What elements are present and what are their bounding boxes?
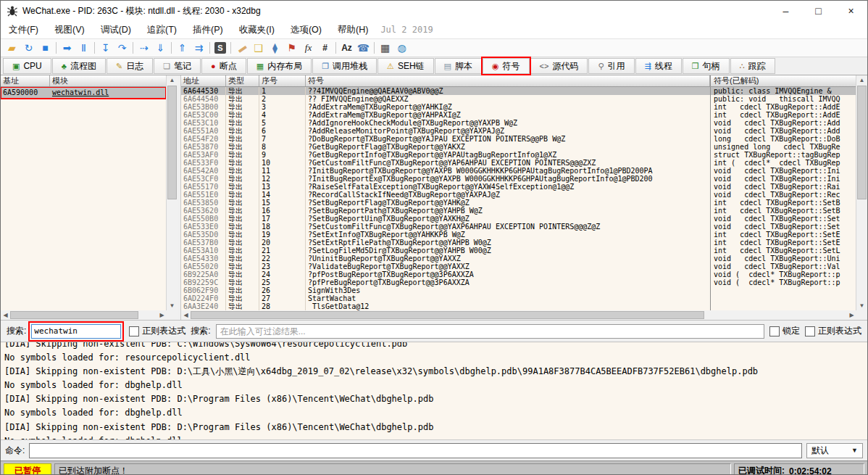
symbol-row[interactable]: 6AE53C10导出5?AddIgnoreHookCheckModule@TXB…	[181, 119, 856, 127]
symbol-row[interactable]: 6AE53A10导出21?SetLogFileMd5Dir@TXBugRepor…	[181, 247, 856, 255]
regex-checkbox-group[interactable]: 正则表达式	[129, 325, 185, 337]
tab-source[interactable]: <>源代码	[530, 58, 588, 74]
scroll-down-arrow-icon[interactable]: ▼	[856, 301, 867, 310]
symbol-column-header[interactable]: 类型	[226, 75, 259, 86]
maximize-button[interactable]: □	[802, 1, 835, 21]
symbol-column-header[interactable]: 符号(已解码)	[710, 75, 856, 86]
close-button[interactable]: ×	[835, 1, 867, 21]
symbol-row[interactable]: 6B062F90导出26SignWith3Des	[181, 286, 856, 294]
symbol-row[interactable]: 6AE53850导出15?SetBugReportFlag@TXBugRepor…	[181, 199, 856, 207]
tab-seh[interactable]: ⚠SEH链	[377, 58, 434, 74]
symbol-row[interactable]: 6B9225A0导出24?pfPostBugReport@TXBugReport…	[181, 270, 856, 278]
tab-memory-map[interactable]: ▦内存布局	[247, 58, 312, 74]
step-over-icon[interactable]: ↷	[114, 40, 130, 56]
scrollbar-thumb[interactable]	[191, 311, 704, 319]
tab-call-stack[interactable]: ❐调用堆栈	[312, 58, 377, 74]
globe-icon[interactable]: ◍	[393, 40, 410, 56]
filter-regex-checkbox-group[interactable]: 正则表达式	[805, 325, 861, 337]
phone-icon[interactable]: ☎	[355, 40, 372, 56]
command-input[interactable]	[29, 443, 802, 458]
title-bar[interactable]: WeChat.exe - PID: 263C - 模块: ntdll.dll -…	[1, 1, 867, 21]
minimize-button[interactable]: –	[769, 1, 802, 21]
tab-handles[interactable]: ❒句柄	[683, 58, 730, 74]
symbol-row[interactable]: 6AE53AF0导出9?GetBugReportInfo@TXBugReport…	[181, 151, 856, 159]
symbol-row[interactable]: 6AE551E0导出14?RecordCallStackIfNeed@TXBug…	[181, 191, 856, 199]
tab-threads[interactable]: ⇶线程	[635, 58, 682, 74]
tab-references[interactable]: ⚲引用	[588, 58, 634, 74]
scroll-left-arrow-icon[interactable]: ◀	[181, 312, 191, 318]
symbol-row[interactable]: 6AE550B0导出17?SetBugReportUin@TXBugReport…	[181, 215, 856, 223]
scroll-down-arrow-icon[interactable]: ▼	[167, 301, 178, 310]
tab-symbols[interactable]: ◉符号	[483, 58, 530, 74]
module-row[interactable]: 6A590000wechatwin.dll	[1, 87, 166, 99]
open-folder-icon[interactable]: ▰	[4, 40, 20, 56]
symbol-row[interactable]: 6AE54F20导出7?DoBugReport@TXBugReport@@YAJ…	[181, 135, 856, 143]
module-column-header[interactable]: 基址	[1, 75, 50, 86]
hash-icon[interactable]: #	[317, 40, 333, 56]
tab-breakpoints[interactable]: ●断点	[201, 58, 246, 74]
symbol-row[interactable]: 6AE55170导出13?RaiseSelfFatalException@TXB…	[181, 183, 856, 191]
tab-trace[interactable]: ∴跟踪	[730, 58, 775, 74]
scroll-right-arrow-icon[interactable]: ▶	[847, 312, 856, 318]
module-column-header[interactable]: 模块	[50, 75, 166, 86]
symbol-column-header[interactable]: 符号	[306, 75, 710, 86]
symbol-row[interactable]: 6AE542A0导出11?InitBugReport@TXBugReport@@…	[181, 167, 856, 175]
symbol-row[interactable]: 6AE53870导出8?GetBugReportFlag@TXBugReport…	[181, 143, 856, 151]
scrollbar-thumb[interactable]	[167, 86, 177, 199]
menu-item-8[interactable]: 帮助(H)	[330, 21, 376, 38]
stop-icon[interactable]: ■	[37, 40, 54, 56]
menu-item-7[interactable]: 选项(O)	[283, 21, 330, 38]
symbol-row[interactable]: 6AE551A0导出6?AddReleaseMonitorPoint@TXBug…	[181, 127, 856, 135]
symbol-row[interactable]: 6AE53620导出16?SetBugReportPath@TXBugRepor…	[181, 207, 856, 215]
symbol-row[interactable]: 6AE535D0导出19?SetExtInfo@TXBugReport@@YAH…	[181, 231, 856, 239]
run-to-user-code-icon[interactable]: ⇑	[174, 40, 191, 56]
restart-icon[interactable]: ↻	[20, 40, 37, 56]
modules-vertical-scrollbar[interactable]: ▲ ▼	[166, 75, 178, 310]
scroll-up-arrow-icon[interactable]: ▲	[856, 75, 867, 85]
menu-item-5[interactable]: 插件(P)	[185, 21, 231, 38]
scrollbar-thumb[interactable]	[10, 311, 138, 319]
command-profile-dropdown[interactable]: 默认 ▼	[806, 443, 863, 458]
tab-graph[interactable]: ♣流程图	[52, 58, 106, 74]
comments-icon[interactable]: ❑	[250, 40, 267, 56]
bookmarks-icon[interactable]: ⚑	[283, 40, 300, 56]
source-mode-icon[interactable]: S	[214, 42, 226, 54]
step-out-icon[interactable]: ⇓	[152, 40, 169, 56]
execute-till-return-icon[interactable]: ⇢	[135, 40, 152, 56]
symbol-row[interactable]: 6AD224F0导出27StartWachat	[181, 294, 856, 302]
menu-item-1[interactable]: 文件(F)	[1, 21, 46, 38]
symbol-filter-input[interactable]	[216, 324, 764, 339]
symbol-row[interactable]: 6AE53B00导出3?AddExtraMem@TXBugReport@@YAH…	[181, 103, 856, 111]
symbol-column-header[interactable]: 序号	[259, 75, 306, 86]
symbol-row[interactable]: 6AE53C00导出4?AddExtraMem@TXBugReport@@YAH…	[181, 111, 856, 119]
labels-icon[interactable]: ⧫	[267, 40, 283, 56]
step-into-icon[interactable]: ↧	[97, 40, 114, 56]
symbol-row[interactable]: 6AE53CF0导出12?InitBugReportEx@TXBugReport…	[181, 175, 856, 183]
menu-item-2[interactable]: 视图(V)	[46, 21, 93, 38]
modules-horizontal-scrollbar[interactable]: ◀ ▶	[1, 310, 167, 320]
symbol-row[interactable]: 6A644540导出2??_FIMVQQEngine@@QAEXXZpublic…	[181, 95, 856, 103]
symbols-horizontal-scrollbar[interactable]: ◀ ▶	[181, 310, 856, 320]
tab-notes[interactable]: ❏笔记	[154, 58, 201, 74]
module-search-input[interactable]	[31, 324, 121, 339]
regex-checkbox[interactable]	[129, 326, 139, 336]
tab-script[interactable]: ▤脚本	[435, 58, 482, 74]
symbol-column-header[interactable]: 地址	[181, 75, 226, 86]
symbols-vertical-scrollbar[interactable]: ▲ ▼	[856, 75, 867, 310]
menu-item-3[interactable]: 调试(D)	[93, 21, 139, 38]
symbol-row[interactable]: 6AE533E0导出18?SetCustomFiltFunc@TXBugRepo…	[181, 223, 856, 231]
symbol-row[interactable]: 6AE537B0导出20?SetExtRptFilePath@TXBugRepo…	[181, 239, 856, 247]
menu-item-4[interactable]: 追踪(T)	[139, 21, 185, 38]
filter-regex-checkbox[interactable]	[805, 326, 815, 336]
functions-icon[interactable]: fx	[300, 40, 317, 56]
run-icon[interactable]: ➡	[59, 40, 75, 56]
tab-cpu[interactable]: ▣CPU	[3, 58, 51, 74]
scrollbar-thumb[interactable]	[857, 86, 867, 199]
symbol-row[interactable]: 6AE55020导出23?ValidateBugReport@TXBugRepo…	[181, 263, 856, 270]
symbol-row[interactable]: 6AE54330导出22?UninitBugReport@TXBugReport…	[181, 255, 856, 263]
symbol-row[interactable]: 6A644530导出1??4IMVQQEngine@@QAEAAV0@ABV0@…	[181, 87, 856, 95]
lock-checkbox-group[interactable]: 锁定	[769, 325, 800, 337]
symbol-row[interactable]: 6AA3E240导出28_TlsGetData@12	[181, 302, 856, 310]
symbol-row[interactable]: 6AE533F0导出10?GetCustomFiltFunc@TXBugRepo…	[181, 159, 856, 167]
pause-icon[interactable]: Ⅱ	[75, 40, 92, 56]
